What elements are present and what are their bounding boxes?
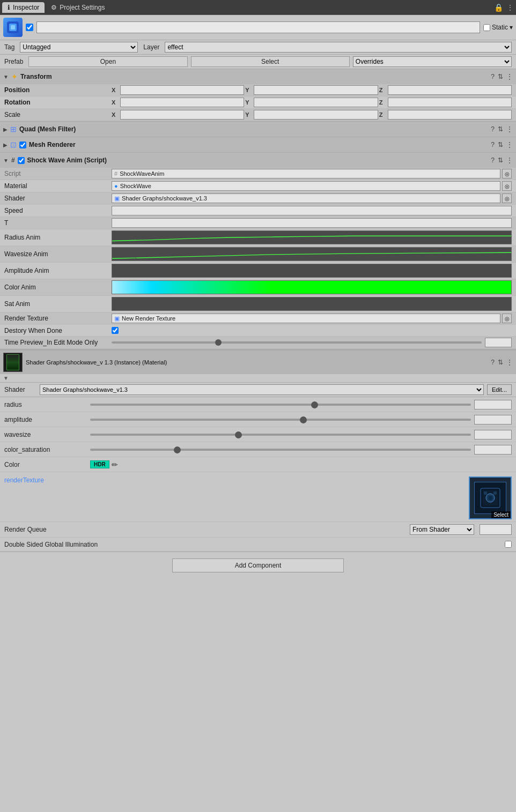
mesh-renderer-header[interactable]: ▶ ⊡ Mesh Renderer ? ⇅ ⋮ <box>0 137 516 152</box>
scale-x-input[interactable]: 5 <box>120 110 244 120</box>
render-queue-select[interactable]: From Shader <box>410 524 474 535</box>
material-help-icon[interactable]: ? <box>491 359 495 366</box>
shock-wave-adjust-icon[interactable]: ⇅ <box>498 157 503 164</box>
pos-z-input[interactable]: -1.68 <box>388 85 512 95</box>
object-enabled-checkbox[interactable] <box>26 24 33 31</box>
object-name-input[interactable]: shockwave <box>36 21 480 33</box>
double-sided-checkbox[interactable] <box>505 541 512 548</box>
mesh-renderer-help-icon[interactable]: ? <box>491 141 495 148</box>
transform-adjust-icon[interactable]: ⇅ <box>498 73 503 80</box>
amplitude-value-input[interactable]: 0.5 <box>474 415 512 424</box>
color-sat-thumb[interactable] <box>174 446 181 453</box>
scale-z-input[interactable]: 5 <box>388 110 512 120</box>
rot-z-input[interactable]: 0 <box>388 98 512 107</box>
quad-mesh-header[interactable]: ▶ ⊞ Quad (Mesh Filter) ? ⇅ ⋮ <box>0 122 516 137</box>
t-row: T 0 <box>0 217 516 229</box>
render-queue-number-input[interactable]: 3000 <box>480 524 512 535</box>
shock-wave-script-header[interactable]: ▼ # Shock Wave Anim (Script) ? ⇅ ⋮ <box>0 153 516 168</box>
radius-label: radius <box>4 401 90 408</box>
eyedropper-button[interactable]: ✏ <box>112 460 118 469</box>
scale-row: Scale X 5 Y 5 Z 5 <box>0 109 516 121</box>
shader-row: Shader ▣ Shader Graphs/shockwave_v1.3 ◎ <box>0 192 516 205</box>
svg-point-10 <box>488 496 492 500</box>
scale-y-input[interactable]: 5 <box>254 110 378 120</box>
wavesize-value-input[interactable]: 0.2497967 <box>474 430 512 439</box>
radius-thumb[interactable] <box>311 401 318 408</box>
amplitude-thumb[interactable] <box>300 416 307 423</box>
t-input[interactable]: 0 <box>112 218 512 228</box>
shock-wave-menu-icon[interactable]: ⋮ <box>506 157 513 164</box>
pos-x-input[interactable]: -0.01 <box>120 85 244 95</box>
script-target-btn[interactable]: ◎ <box>502 169 512 178</box>
radius-track <box>90 404 471 406</box>
sat-anim-curve[interactable] <box>112 297 512 311</box>
quad-adjust-icon[interactable]: ⇅ <box>498 125 503 133</box>
speed-row: Speed 1 <box>0 205 516 217</box>
shader-edit-button[interactable]: Edit... <box>487 384 512 395</box>
mesh-renderer-icon: ⊡ <box>10 140 17 149</box>
add-component-button[interactable]: Add Component <box>172 558 344 572</box>
mesh-renderer-menu-icon[interactable]: ⋮ <box>506 141 513 148</box>
quad-menu-icon[interactable]: ⋮ <box>506 125 513 133</box>
layer-select[interactable]: effect <box>165 42 512 53</box>
amplitude-prop-row: amplitude 0.5 <box>0 412 516 427</box>
prefab-select-button[interactable]: Select <box>191 56 350 67</box>
script-label: Script <box>4 170 112 177</box>
wavesize-prop-row: wavesize 0.2497967 <box>0 427 516 442</box>
mesh-renderer-checkbox[interactable] <box>19 141 26 148</box>
tag-select[interactable]: Untagged <box>20 42 138 53</box>
shock-wave-enabled-checkbox[interactable] <box>18 157 25 164</box>
lock-icon[interactable]: 🔒 <box>494 3 503 12</box>
wavesize-anim-curve[interactable] <box>112 247 512 261</box>
transform-header[interactable]: ▼ ✦ Transform ? ⇅ ⋮ <box>0 69 516 84</box>
prefab-open-button[interactable]: Open <box>28 56 187 67</box>
time-preview-value[interactable]: 0.155 <box>485 338 512 347</box>
amplitude-anim-row: Amplitude Anim <box>0 263 516 279</box>
rot-y-input[interactable]: 0 <box>254 98 378 107</box>
inspector-panel: shockwave Static ▾ Tag Untagged Layer ef… <box>0 15 516 579</box>
transform-menu-icon[interactable]: ⋮ <box>506 73 513 80</box>
shock-wave-help-icon[interactable]: ? <box>491 157 495 164</box>
static-checkbox[interactable] <box>483 24 490 31</box>
hdr-button[interactable]: HDR <box>90 460 109 468</box>
destroy-label: Destory When Done <box>4 327 112 334</box>
material-section: Shader Graphs/shockwave_v 1.3 (Instance)… <box>0 349 516 552</box>
time-preview-thumb[interactable] <box>215 339 222 346</box>
speed-input[interactable]: 1 <box>112 206 512 215</box>
radius-value-input[interactable]: 0.5665869 <box>474 400 512 409</box>
render-texture-link[interactable]: renderTexture <box>4 476 44 484</box>
overrides-select[interactable]: Overrides <box>353 56 512 67</box>
material-adjust-icon[interactable]: ⇅ <box>498 359 503 366</box>
script-row: Script # ShockWaveAnim ◎ <box>0 168 516 180</box>
material-title: Shader Graphs/shockwave_v 1.3 (Instance)… <box>26 359 488 366</box>
color-anim-field[interactable] <box>112 280 512 294</box>
svg-rect-3 <box>112 231 511 244</box>
amplitude-anim-curve[interactable] <box>112 264 512 278</box>
color-sat-value-input[interactable]: 0.035 <box>474 445 512 455</box>
render-texture-icon: ▣ <box>114 315 120 322</box>
quad-mesh-title: Quad (Mesh Filter) <box>19 125 488 133</box>
material-collapse-arrow[interactable]: ▼ <box>3 375 9 381</box>
material-target-btn[interactable]: ◎ <box>502 181 512 191</box>
inspector-icon: ℹ <box>8 4 10 11</box>
destroy-checkbox[interactable] <box>112 327 119 334</box>
quad-help-icon[interactable]: ? <box>491 125 495 133</box>
tab-project-settings[interactable]: ⚙ Project Settings <box>46 2 110 13</box>
svg-rect-11 <box>484 491 487 495</box>
radius-anim-curve[interactable] <box>112 230 512 244</box>
amplitude-label: amplitude <box>4 416 90 423</box>
color-anim-label: Color Anim <box>4 284 112 291</box>
tab-inspector[interactable]: ℹ Inspector <box>2 2 45 13</box>
render-texture-mat-row: renderTexture Select <box>0 472 516 522</box>
static-dropdown-arrow[interactable]: ▾ <box>510 24 513 31</box>
mesh-renderer-adjust-icon[interactable]: ⇅ <box>498 141 503 148</box>
material-shader-select[interactable]: Shader Graphs/shockwave_v1.3 <box>40 384 484 395</box>
transform-help-icon[interactable]: ? <box>491 73 495 80</box>
rot-x-input[interactable]: 0 <box>120 98 244 107</box>
material-menu-icon[interactable]: ⋮ <box>506 359 513 366</box>
render-texture-target-btn[interactable]: ◎ <box>502 314 512 323</box>
wavesize-thumb[interactable] <box>235 431 242 438</box>
menu-icon[interactable]: ⋮ <box>506 3 514 12</box>
pos-y-input[interactable]: 0.72 <box>254 85 378 95</box>
shader-target-btn[interactable]: ◎ <box>502 193 512 203</box>
